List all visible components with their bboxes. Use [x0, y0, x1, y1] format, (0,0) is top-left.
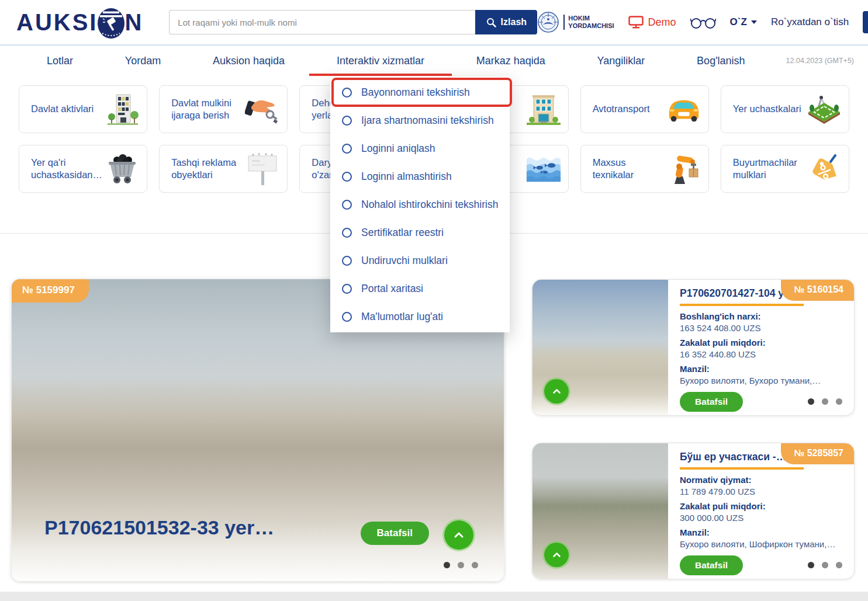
water-fish-icon	[525, 154, 562, 183]
category-card-yer-qari-uchastkasi[interactable]: Yer qa'riuchastkasidan…	[19, 145, 147, 193]
car-icon	[665, 96, 703, 123]
carousel-dot[interactable]	[808, 398, 814, 405]
billboard-icon	[244, 151, 281, 186]
radio-circle-icon	[342, 228, 352, 238]
menu-item-label: Loginni aniqlash	[361, 143, 435, 155]
radio-circle-icon	[342, 144, 352, 154]
menu-item-ijara-shartnomasini-tekshirish[interactable]: Ijara shartnomasini tekshirish	[330, 106, 510, 134]
search-icon	[486, 18, 496, 27]
land-plot-icon	[805, 92, 843, 126]
menu-item-undiruvchi-mulklari[interactable]: Undiruvchi mulklari	[330, 246, 510, 275]
lot-number-badge: № 5159997	[12, 279, 89, 303]
carousel-dot[interactable]	[822, 398, 828, 405]
minecart-icon	[103, 153, 141, 185]
menu-item-nohalol-ishtirokchini-tekshirish[interactable]: Nohalol ishtirokchini tekshirish	[330, 190, 510, 218]
carousel-dots	[808, 398, 842, 405]
menu-item-portal-xaritasi[interactable]: Portal xaritasi	[330, 275, 510, 303]
carousel-dots	[808, 562, 842, 568]
nav-item-auksion-haqida[interactable]: Auksion haqida	[213, 55, 285, 67]
address-field: Manzil: Бухоро вилояти, Бухоро тумани,…	[680, 363, 846, 386]
carousel-dot[interactable]	[458, 562, 464, 568]
monitor-icon	[628, 16, 644, 29]
hand-keys-icon	[244, 94, 281, 124]
arrow-up-button[interactable]	[444, 520, 473, 550]
carousel-dot[interactable]	[822, 562, 828, 568]
chevron-up-icon	[552, 388, 561, 394]
nav-item-boglanish[interactable]: Bog'lanish	[697, 55, 745, 67]
price-tag-icon	[805, 152, 843, 186]
chevron-down-icon	[751, 20, 757, 24]
radio-circle-icon	[342, 312, 352, 322]
logo-text-left: AUKSI	[16, 9, 98, 36]
search-input[interactable]	[169, 10, 475, 34]
carousel-dot[interactable]	[444, 562, 450, 568]
category-card-davlat-mulkini-ijaraga-berish[interactable]: Davlat mulkiniijaraga berish	[159, 85, 288, 133]
menu-item-bayonnomani-tekshirish[interactable]: Bayonnomani tekshirish	[330, 78, 510, 106]
menu-item-label: Sertifikatlar reestri	[361, 227, 444, 239]
login-button[interactable]: Kirish	[863, 11, 868, 33]
lot-title: P170621501532-33 yer…	[44, 516, 274, 539]
details-button[interactable]: Batafsil	[680, 392, 743, 412]
radio-circle-icon	[342, 116, 352, 126]
menu-item-loginni-aniqlash[interactable]: Loginni aniqlash	[330, 134, 510, 162]
nav-items: Lotlar Yordam Auksion haqida Interaktiv …	[47, 55, 745, 67]
logo[interactable]: AUKSI N	[16, 5, 143, 39]
carousel-dot[interactable]	[836, 562, 842, 568]
lot-number-badge: № 5285857	[781, 443, 854, 464]
carousel-dots	[444, 562, 478, 568]
language-selector[interactable]: O`Z	[730, 16, 757, 28]
nav-item-yordam[interactable]: Yordam	[125, 55, 161, 67]
menu-item-malumotlar-lugati[interactable]: Ma'lumotlar lug'ati	[330, 303, 510, 331]
menu-item-label: Portal xaritasi	[361, 283, 423, 295]
address-field: Manzil: Бухоро вилояти, Шофиркон тумани,…	[680, 527, 846, 550]
gavel-logo-icon	[96, 8, 126, 39]
accessibility-glasses-button[interactable]	[690, 15, 716, 30]
menu-item-sertifikatlar-reestri[interactable]: Sertifikatlar reestri	[330, 218, 510, 246]
demo-link[interactable]: Demo	[628, 16, 676, 29]
menu-item-loginni-almashtirish[interactable]: Loginni almashtirish	[330, 162, 510, 190]
language-label: O`Z	[730, 16, 747, 28]
datetime: 12.04.2023 (GMT+5)	[786, 57, 854, 65]
menu-item-label: Nohalol ishtirokchini tekshirish	[361, 199, 498, 211]
category-card-yer-uchastkalari[interactable]: Yer uchastkalari	[721, 85, 849, 133]
deposit-field: Zakalat puli miqdori: 16 352 440.80 UZS	[680, 337, 846, 360]
lot-card[interactable]: № 5285857 Бўш ер участкаси -… Normativ q…	[532, 443, 855, 579]
menu-item-label: Undiruvchi mulklari	[361, 255, 448, 267]
arrow-up-button[interactable]	[544, 543, 569, 567]
arrow-up-button[interactable]	[544, 379, 569, 404]
search-button-label: Izlash	[501, 17, 527, 27]
lot-number-badge: № 5160154	[781, 280, 854, 301]
nav-item-markaz-haqida[interactable]: Markaz haqida	[476, 55, 545, 67]
nav-item-lotlar[interactable]: Lotlar	[47, 55, 73, 67]
nav-item-yangiliklar[interactable]: Yangiliklar	[597, 55, 645, 67]
details-button[interactable]: Batafsil	[680, 555, 743, 575]
header: AUKSI N Izlash	[0, 0, 868, 46]
category-card-davlat-aktivlari[interactable]: Davlat aktivlari	[19, 85, 147, 133]
category-card-tashqi-reklama[interactable]: Tashqi reklamaobyektlari	[159, 145, 288, 193]
menu-item-label: Loginni almashtirish	[361, 171, 452, 183]
menu-item-label: Ijara shartnomasini tekshirish	[361, 114, 494, 127]
radio-circle-icon	[342, 256, 352, 266]
state-emblem-icon	[537, 11, 559, 33]
radio-circle-icon	[342, 88, 352, 98]
category-card-maxsus-texnikalar[interactable]: Maxsustexnikalar	[580, 145, 709, 193]
details-button[interactable]: Batafsil	[361, 522, 429, 545]
category-card-avtotransport[interactable]: Avtotransport	[580, 85, 709, 133]
side-listings: № 5160154 P170620701427-104 y… Boshlang'…	[532, 279, 855, 581]
header-actions: HOKIM YORDAMCHISI Demo	[537, 11, 868, 33]
nav-item-interaktiv-xizmatlar[interactable]: Interaktiv xizmatlar	[337, 55, 424, 67]
lot-card[interactable]: № 5160154 P170620701427-104 y… Boshlang'…	[532, 279, 855, 416]
carousel-dot[interactable]	[808, 562, 814, 568]
carousel-dot[interactable]	[836, 398, 842, 405]
chevron-up-icon	[552, 552, 561, 558]
carousel-dot[interactable]	[472, 562, 478, 568]
register-link[interactable]: Ro`yxatdan o`tish	[771, 16, 849, 28]
hokim-yordamchisi-link[interactable]: HOKIM YORDAMCHISI	[537, 11, 614, 33]
search-button[interactable]: Izlash	[475, 10, 537, 34]
title-underline	[680, 304, 804, 306]
office-building-icon	[103, 92, 141, 126]
chevron-up-icon	[454, 531, 464, 539]
search-bar: Izlash	[169, 10, 537, 34]
interaktiv-xizmatlar-dropdown: Bayonnomani tekshirish Ijara shartnomasi…	[330, 77, 510, 332]
category-card-buyurtmachilar-mulklari[interactable]: Buyurtmachilarmulklari	[721, 145, 849, 193]
